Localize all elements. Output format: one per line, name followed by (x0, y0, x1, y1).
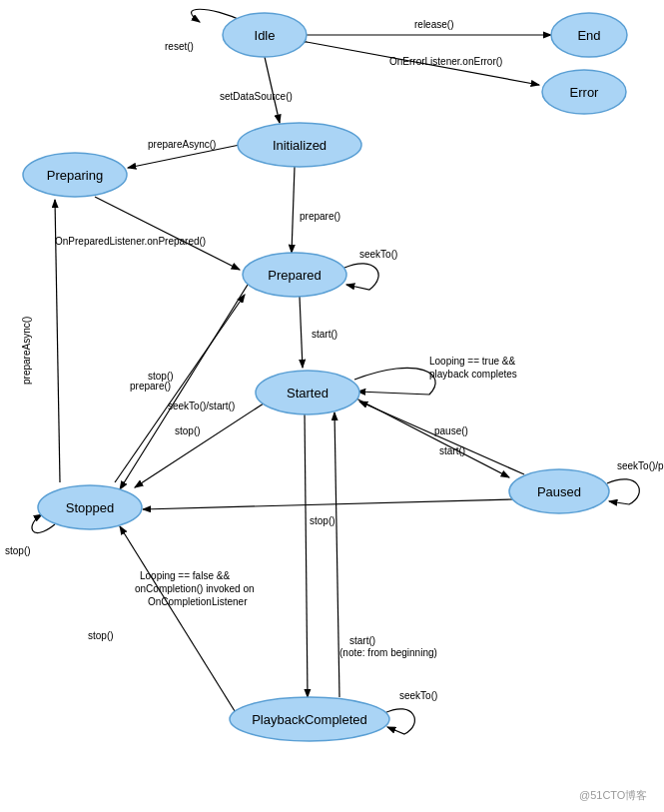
svg-text:stop(): stop() (310, 515, 335, 526)
svg-text:stop(): stop() (5, 545, 31, 556)
svg-text:onCompletion() invoked on: onCompletion() invoked on (135, 583, 255, 594)
svg-text:prepare(): prepare() (300, 211, 340, 222)
svg-text:prepare(): prepare() (130, 381, 171, 392)
svg-text:seekTo(): seekTo() (399, 690, 437, 701)
preparing-label: Preparing (47, 168, 103, 183)
svg-text:(note: from beginning): (note: from beginning) (339, 647, 437, 658)
started-label: Started (287, 386, 329, 401)
initialized-label: Initialized (273, 138, 327, 153)
paused-label: Paused (537, 484, 581, 499)
svg-text:prepareAsync(): prepareAsync() (21, 317, 32, 385)
svg-text:pause(): pause() (434, 425, 468, 436)
svg-text:start(): start() (312, 329, 337, 340)
svg-text:stop(): stop() (88, 630, 114, 641)
prepared-label: Prepared (268, 268, 321, 283)
svg-text:OnErrorListener.onError(): OnErrorListener.onError() (389, 56, 502, 67)
playbackcompleted-label: PlaybackCompleted (252, 712, 367, 727)
watermark: @51CTO博客 (579, 789, 647, 801)
svg-text:release(): release() (414, 19, 453, 30)
idle-label: Idle (255, 28, 276, 43)
svg-text:reset(): reset() (165, 41, 194, 52)
error-label: Error (570, 85, 600, 100)
svg-text:seekTo(): seekTo() (359, 249, 397, 260)
svg-text:prepareAsync(): prepareAsync() (148, 139, 216, 150)
svg-text:start(): start() (439, 445, 465, 456)
svg-text:start(): start() (349, 635, 375, 646)
end-label: End (577, 28, 600, 43)
svg-text:playback completes: playback completes (429, 369, 517, 380)
state-diagram: release() OnErrorListener.onError() rese… (0, 0, 664, 812)
svg-text:setDataSource(): setDataSource() (220, 91, 293, 102)
svg-text:seekTo()/start(): seekTo()/start() (168, 401, 235, 411)
svg-text:OnCompletionListener: OnCompletionListener (148, 596, 248, 607)
svg-text:seekTo()/pause(): seekTo()/pause() (617, 460, 664, 471)
svg-text:Looping == true &&: Looping == true && (429, 356, 516, 367)
stopped-label: Stopped (66, 500, 114, 515)
svg-text:OnPreparedListener.onPrepared(: OnPreparedListener.onPrepared() (55, 236, 206, 247)
svg-text:stop(): stop() (175, 425, 201, 436)
